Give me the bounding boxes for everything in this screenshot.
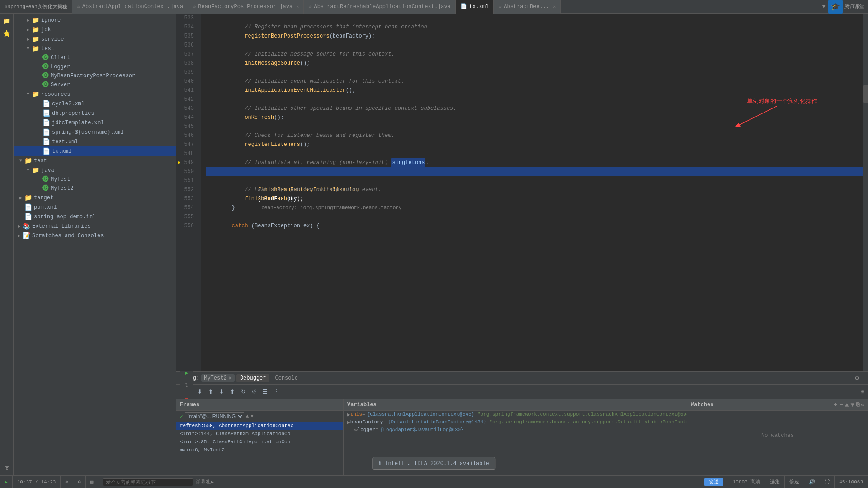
- tree-item-mytest2[interactable]: 🅒 MyTest2: [14, 184, 176, 193]
- persistence-icon[interactable]: 🗄: [1, 465, 12, 475]
- tree-arrow: ▶: [15, 224, 23, 229]
- tree-arrow: ▼: [24, 92, 32, 97]
- more-btn[interactable]: ⋮: [272, 387, 282, 396]
- line-num-547: 547: [176, 140, 198, 149]
- tree-item-iml[interactable]: 📄 spring_aop_demo.iml: [14, 212, 176, 221]
- tab-close-icon[interactable]: ✕: [553, 4, 556, 9]
- code-text: ();: [287, 194, 297, 203]
- step-out-btn[interactable]: ⬆: [206, 387, 215, 396]
- tab-list-icon[interactable]: ▼: [822, 3, 826, 10]
- thread-selector[interactable]: "main"@... RUNNING: [185, 412, 244, 420]
- tree-item-jdbc[interactable]: 📄 jdbcTemplate.xml: [14, 118, 176, 127]
- tree-item-resources[interactable]: ▼ 📁 resources: [14, 89, 176, 99]
- frame-item-refresh[interactable]: refresh:550, AbstractApplicationContex: [176, 422, 343, 430]
- tree-item-pom[interactable]: 📄 pom.xml: [14, 202, 176, 212]
- tree-item-logger[interactable]: 🅒 Logger: [14, 62, 176, 71]
- favorites-icon[interactable]: ⭐: [1, 28, 12, 39]
- tab-abstract-bee[interactable]: ☕ AbstractBee... ✕: [494, 0, 561, 14]
- up-arrow[interactable]: ▲: [246, 413, 249, 419]
- tree-item-service[interactable]: ▶ 📁 service: [14, 34, 176, 44]
- code-line-552: // Last step: publish corresponding even…: [206, 185, 863, 194]
- scrollbar-thumb[interactable]: [863, 85, 868, 103]
- add-watch-icon[interactable]: +: [834, 401, 837, 408]
- tree-item-server[interactable]: 🅒 Server: [14, 80, 176, 89]
- var-beanfactory[interactable]: ▶ beanFactory = {DefaultListableBeanFact…: [344, 418, 687, 426]
- tab-bean-factory-post[interactable]: ☕ BeanFactoryPostProcessor.java ✕: [188, 0, 304, 14]
- tree-item-mytest[interactable]: 🅒 MyTest: [14, 175, 176, 184]
- comment: // Initialize event multicaster for this…: [206, 77, 404, 86]
- tree-item-scratches[interactable]: ▶ 📝 Scratches and Consoles: [14, 231, 176, 240]
- tree-item-db-props[interactable]: 📃 db.properties: [14, 108, 176, 118]
- tab-abstract-refreshable[interactable]: ☕ AbstractRefreshableApplicationContext.…: [304, 0, 456, 14]
- tab-bar-actions: ▼ 🎓 腾讯课堂: [822, 0, 868, 14]
- status-barrage-icon[interactable]: ⊕: [61, 476, 73, 488]
- frame-item-main8[interactable]: main:8, MyTest2: [176, 446, 343, 454]
- up-watch-icon[interactable]: ▲: [845, 401, 849, 408]
- code-line-539: [206, 68, 863, 77]
- tree-item-jdk[interactable]: ▶ 📁 jdk: [14, 25, 176, 34]
- layout-icon[interactable]: ⊞: [861, 388, 864, 395]
- status-select[interactable]: 选集: [765, 476, 785, 488]
- thread-frame[interactable]: ✓ "main"@... RUNNING ▲ ▼: [176, 411, 343, 422]
- var-this[interactable]: ▶ this = {ClassPathXmlApplicationContext…: [344, 411, 687, 418]
- frames-btn[interactable]: ☰: [260, 387, 270, 396]
- status-fullscreen-icon[interactable]: ⛶: [820, 476, 835, 488]
- var-keyword: this: [350, 412, 362, 417]
- var-expand-arrow[interactable]: ▶: [347, 419, 350, 425]
- frame-item-init144[interactable]: <init>:144, ClassPathXmlApplicationCo: [176, 430, 343, 438]
- barrage-btn[interactable]: 弹幕礼▶: [196, 479, 214, 485]
- comment: // Check for listener beans and register…: [206, 131, 395, 140]
- down-watch-icon[interactable]: ▼: [850, 401, 854, 408]
- run-to-cursor-btn[interactable]: ↻: [239, 387, 248, 396]
- tab-close-icon[interactable]: ✕: [296, 4, 299, 9]
- status-send-btn[interactable]: 发送: [700, 476, 728, 488]
- var-logger[interactable]: ∞ logger = {LogAdapter$JavaUtilLog@630}: [344, 426, 687, 433]
- tree-item-mybeanfactory[interactable]: 🅒 MyBeanFactoryPostProcessor: [14, 71, 176, 80]
- tree-item-external-libs[interactable]: ▶ 📚 External Libraries: [14, 221, 176, 231]
- tree-item-client[interactable]: 🅒 Client: [14, 53, 176, 62]
- gear-icon[interactable]: ⚙: [855, 374, 859, 382]
- status-position: 45:10063: [835, 476, 868, 488]
- debug-header-actions: ⚙ —: [855, 374, 864, 382]
- minimize-icon[interactable]: —: [861, 374, 864, 382]
- tree-item-tx-xml[interactable]: 📄 tx.xml: [14, 146, 176, 156]
- barrage-input[interactable]: [103, 478, 193, 486]
- step-over-btn[interactable]: ⬇: [217, 387, 226, 396]
- line-num-552: 552: [176, 185, 198, 194]
- tree-item-java[interactable]: ▼ 📁 java: [14, 165, 176, 175]
- tab-tx-xml[interactable]: 📄 tx.xml: [456, 0, 494, 14]
- step-back-btn[interactable]: ⬆: [228, 387, 237, 396]
- var-expand-arrow[interactable]: ▶: [347, 412, 350, 418]
- evaluate-btn[interactable]: ↺: [250, 387, 259, 396]
- send-button[interactable]: 发送: [704, 478, 723, 486]
- status-danmaku-icon[interactable]: ▤: [86, 476, 99, 488]
- debug-tab-console[interactable]: Console: [271, 374, 301, 382]
- class-icon: 🅒: [42, 54, 49, 61]
- project-icon[interactable]: 📁: [1, 15, 12, 26]
- tree-item-target[interactable]: ▶ 📁 target: [14, 193, 176, 202]
- frame-item-init85[interactable]: <init>:85, ClassPathXmlApplicationCon: [176, 438, 343, 446]
- status-speed[interactable]: 倍速: [785, 476, 804, 488]
- status-settings-icon[interactable]: ⚙: [73, 476, 86, 488]
- step-over-button[interactable]: ⤵: [181, 380, 192, 391]
- line-num-538: 538: [176, 59, 198, 68]
- infinity-watch-icon[interactable]: ∞: [861, 402, 864, 408]
- tree-item-test[interactable]: ▼ 📁 test: [14, 156, 176, 165]
- copy-watch-icon[interactable]: ⎘: [856, 402, 859, 408]
- tree-item-ignore[interactable]: ▶ 📁 ignore: [14, 15, 176, 25]
- debug-tab-debugger[interactable]: Debugger: [236, 374, 270, 382]
- tab-abstract-app-ctx[interactable]: ☕ AbstractApplicationContext.java: [72, 0, 188, 14]
- tree-item-test-xml[interactable]: 📄 test.xml: [14, 137, 176, 146]
- tree-item-test-src[interactable]: ▼ 📁 test: [14, 44, 176, 53]
- remove-watch-icon[interactable]: −: [840, 401, 843, 408]
- tree-item-spring-username[interactable]: 📄 spring-${username}.xml: [14, 127, 176, 137]
- tree-item-cycle2[interactable]: 📄 cycle2.xml: [14, 99, 176, 108]
- step-into-btn[interactable]: ⬇: [195, 387, 204, 396]
- close-icon[interactable]: ✕: [229, 375, 232, 381]
- debug-session[interactable]: MyTest2 ✕: [201, 374, 235, 382]
- right-scrollbar[interactable]: [863, 14, 868, 371]
- status-volume-icon[interactable]: 🔊: [804, 476, 820, 488]
- tree-label: target: [34, 195, 53, 201]
- down-arrow[interactable]: ▼: [250, 413, 254, 419]
- status-run-icon[interactable]: ▶: [0, 476, 13, 488]
